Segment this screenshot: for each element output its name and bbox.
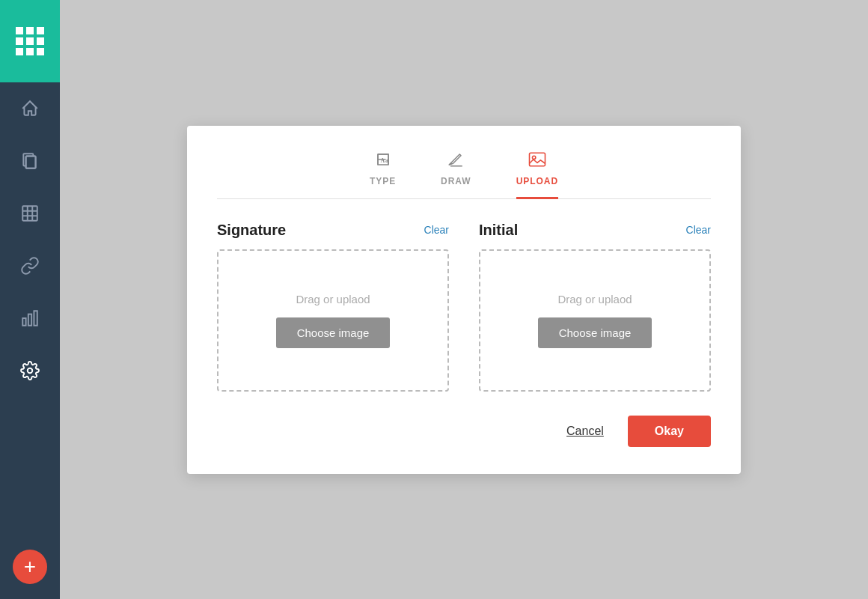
initial-header: Initial Clear [479,222,711,239]
svg-rect-9 [28,314,31,326]
svg-rect-1 [26,156,36,168]
signature-header: Signature Clear [217,222,449,239]
settings-icon [20,361,40,380]
draw-tab-label: DRAW [441,176,471,186]
dialog-footer: Cancel Okay [217,416,711,447]
tab-type[interactable]: Aa TYPE [370,149,396,199]
sidebar-item-table[interactable] [0,187,60,240]
initial-drop-zone[interactable]: Drag or uplaod Choose image [479,249,711,392]
sidebar-bottom: + [0,550,60,599]
sidebar-nav [0,82,60,550]
svg-rect-3 [22,206,37,221]
signature-clear-button[interactable]: Clear [424,224,449,236]
tabs-bar: Aa TYPE DRAW UPLOAD [217,148,711,199]
chart-icon [20,308,40,328]
home-icon [20,99,40,118]
cancel-button[interactable]: Cancel [554,417,616,446]
sidebar-item-settings[interactable] [0,344,60,397]
tab-upload[interactable]: UPLOAD [516,149,558,199]
signature-drag-text: Drag or uplaod [296,293,370,305]
svg-point-17 [532,156,535,159]
sidebar: + [0,0,60,599]
upload-tab-label: UPLOAD [516,176,558,186]
upload-sections: Signature Clear Drag or uplaod Choose im… [217,222,711,392]
sidebar-item-documents[interactable] [0,135,60,187]
signature-drop-zone[interactable]: Drag or uplaod Choose image [217,249,449,392]
upload-tab-icon [527,149,548,170]
svg-point-11 [28,368,33,374]
initial-clear-button[interactable]: Clear [686,224,711,236]
svg-text:Aa: Aa [380,156,388,163]
draw-tab-icon [445,149,466,170]
initial-choose-button[interactable]: Choose image [538,317,652,348]
type-tab-label: TYPE [370,176,396,186]
add-icon: + [24,556,36,577]
signature-choose-button[interactable]: Choose image [276,317,391,348]
initial-section: Initial Clear Drag or uplaod Choose imag… [479,222,711,392]
main-content: Aa TYPE DRAW UPLOAD [60,0,868,599]
sidebar-item-home[interactable] [0,82,60,135]
table-icon [20,204,40,223]
signature-section: Signature Clear Drag or uplaod Choose im… [217,222,449,392]
link-icon [20,256,40,276]
sidebar-item-chart[interactable] [0,292,60,344]
initial-drag-text: Drag or uplaod [557,293,632,305]
okay-button[interactable]: Okay [628,416,711,447]
initial-title: Initial [479,222,518,239]
documents-icon [20,151,40,171]
add-button[interactable]: + [13,550,47,584]
tab-draw[interactable]: DRAW [441,149,471,199]
svg-rect-10 [34,311,37,326]
type-tab-icon: Aa [373,149,394,170]
svg-rect-8 [22,318,25,326]
sidebar-header[interactable] [0,0,60,82]
dialog: Aa TYPE DRAW UPLOAD [187,126,741,474]
signature-title: Signature [217,222,286,239]
sidebar-item-link[interactable] [0,240,60,292]
grid-icon [16,27,44,55]
svg-rect-16 [529,153,545,166]
